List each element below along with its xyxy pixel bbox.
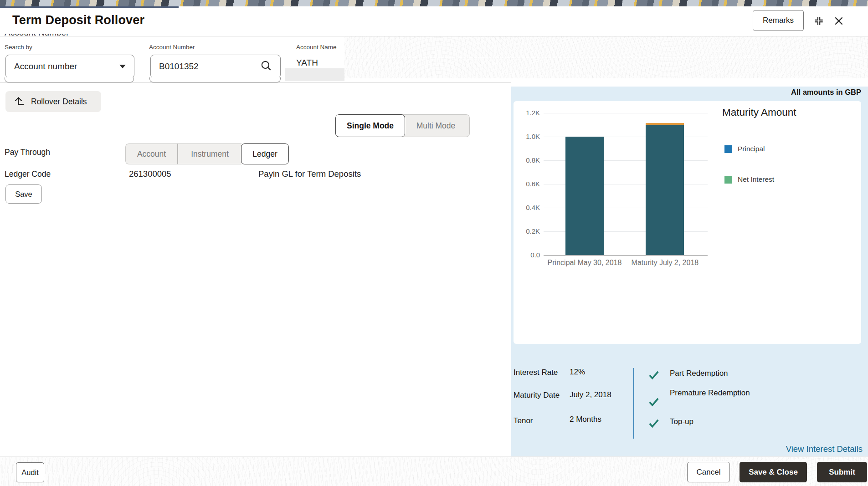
account-number-label: Account Number bbox=[149, 44, 195, 51]
collapse-icon[interactable] bbox=[812, 14, 826, 28]
chart-title: Maturity Amount bbox=[722, 107, 796, 118]
maturity-chart-card: Maturity Amount 1.2K1.0K0.8K0.6K0.4K0.2K… bbox=[514, 101, 861, 344]
view-interest-details-link[interactable]: View Interest Details bbox=[786, 444, 863, 454]
bar-principal bbox=[565, 137, 604, 255]
y-axis-tick-label: 0.4K bbox=[513, 204, 540, 211]
single-mode-button[interactable]: Single Mode bbox=[335, 114, 405, 137]
search-icon[interactable] bbox=[260, 60, 272, 74]
rollover-details-button[interactable]: Rollover Details bbox=[5, 91, 101, 112]
pay-through-label: Pay Through bbox=[5, 148, 50, 157]
interest-rate-label: Interest Rate bbox=[514, 368, 558, 377]
audit-button[interactable]: Audit bbox=[16, 462, 44, 482]
flag-label: Premature Redemption bbox=[670, 389, 750, 408]
interest-rate-value: 12% bbox=[570, 368, 585, 377]
y-axis-tick-label: 0.0 bbox=[513, 251, 540, 259]
decorative-top-banner bbox=[0, 0, 868, 6]
save-button[interactable]: Save bbox=[5, 184, 42, 204]
flag-label: Part Redemption bbox=[670, 369, 728, 381]
save-and-close-button[interactable]: Save & Close bbox=[740, 462, 807, 482]
gridline bbox=[544, 113, 708, 113]
arrow-up-from-corner-icon bbox=[14, 97, 25, 107]
legend-label: Principal bbox=[738, 145, 765, 153]
underlying-input-fragment bbox=[149, 77, 281, 82]
account-name-label: Account Name bbox=[296, 44, 337, 51]
tab-instrument[interactable]: Instrument bbox=[178, 143, 241, 164]
principal-legend-swatch bbox=[724, 145, 732, 153]
deposit-summary-panel: All amounts in GBP Maturity Amount 1.2K1… bbox=[511, 87, 868, 456]
bar-chart-plot: 1.2K1.0K0.8K0.6K0.4K0.2K0.0Principal May… bbox=[544, 113, 708, 255]
header: Term Deposit Rollover Remarks bbox=[0, 8, 868, 36]
maturity-date-label: Maturity Date bbox=[514, 391, 560, 400]
search-by-dropdown[interactable]: Account number bbox=[5, 55, 134, 78]
submit-button[interactable]: Submit bbox=[817, 462, 867, 482]
search-by-label: Search by bbox=[5, 44, 32, 51]
flag-part-redemption: Part Redemption bbox=[648, 369, 728, 381]
pay-through-tabs: Account Instrument Ledger bbox=[125, 143, 289, 164]
section-divider bbox=[0, 82, 511, 83]
check-icon bbox=[648, 417, 660, 429]
tenor-value: 2 Months bbox=[570, 415, 601, 424]
x-axis-category-label: Maturity July 2, 2018 bbox=[632, 259, 699, 267]
term-deposit-rollover-screen: Term Deposit Rollover Remarks Account Nu… bbox=[0, 0, 868, 486]
faint-divider bbox=[345, 58, 868, 58]
y-axis-tick-label: 1.2K bbox=[513, 109, 540, 117]
amounts-note: All amounts in GBP bbox=[791, 88, 861, 97]
ledger-code-label: Ledger Code bbox=[5, 169, 51, 179]
close-icon[interactable] bbox=[832, 14, 846, 28]
bar-principal bbox=[646, 125, 684, 255]
mode-toggle: Single Mode Multi Mode bbox=[335, 114, 470, 137]
y-axis-tick-label: 1.0K bbox=[513, 133, 540, 140]
ledger-code-value: 261300005 bbox=[129, 169, 171, 179]
account-number-value: B0101352 bbox=[159, 61, 199, 72]
background-pattern-band bbox=[344, 36, 868, 78]
x-axis-category-label: Principal May 30, 2018 bbox=[548, 259, 622, 267]
cancel-button[interactable]: Cancel bbox=[687, 462, 730, 482]
account-number-input[interactable]: B0101352 bbox=[150, 55, 281, 78]
chevron-down-icon bbox=[119, 65, 126, 68]
tab-ledger[interactable]: Ledger bbox=[241, 143, 289, 164]
bar-net-interest bbox=[646, 123, 684, 125]
gridline bbox=[544, 255, 708, 256]
check-icon bbox=[648, 369, 660, 381]
y-axis-tick-label: 0.8K bbox=[513, 156, 540, 164]
flag-top-up: Top-up bbox=[648, 417, 693, 429]
ledger-description: Payin GL for Term Deposits bbox=[258, 169, 361, 179]
legend-label: Net Interest bbox=[738, 175, 774, 184]
flag-label: Top-up bbox=[670, 417, 693, 429]
y-axis-tick-label: 0.6K bbox=[513, 180, 540, 188]
rollover-details-label: Rollover Details bbox=[31, 97, 87, 107]
legend-item-net-interest: Net Interest bbox=[724, 175, 774, 184]
flag-premature-redemption: Premature Redemption bbox=[648, 389, 750, 408]
net-interest-legend-swatch bbox=[724, 176, 732, 184]
footer-action-bar: Audit Cancel Save & Close Submit bbox=[0, 456, 868, 486]
legend-item-principal: Principal bbox=[724, 145, 765, 153]
clipped-underlying-label: Account Number bbox=[5, 34, 96, 40]
underlying-input-fragment bbox=[5, 77, 134, 82]
loading-skeleton bbox=[285, 68, 344, 81]
tenor-label: Tenor bbox=[514, 416, 533, 425]
multi-mode-button[interactable]: Multi Mode bbox=[402, 114, 470, 137]
tab-account[interactable]: Account bbox=[125, 143, 177, 164]
maturity-date-value: July 2, 2018 bbox=[570, 390, 611, 399]
account-name-value: YATH bbox=[296, 58, 318, 68]
vertical-divider bbox=[633, 368, 634, 439]
remarks-button[interactable]: Remarks bbox=[753, 10, 804, 31]
page-title: Term Deposit Rollover bbox=[12, 13, 144, 27]
y-axis-tick-label: 0.2K bbox=[513, 227, 540, 235]
search-by-value: Account number bbox=[14, 61, 77, 72]
check-icon bbox=[648, 396, 660, 408]
